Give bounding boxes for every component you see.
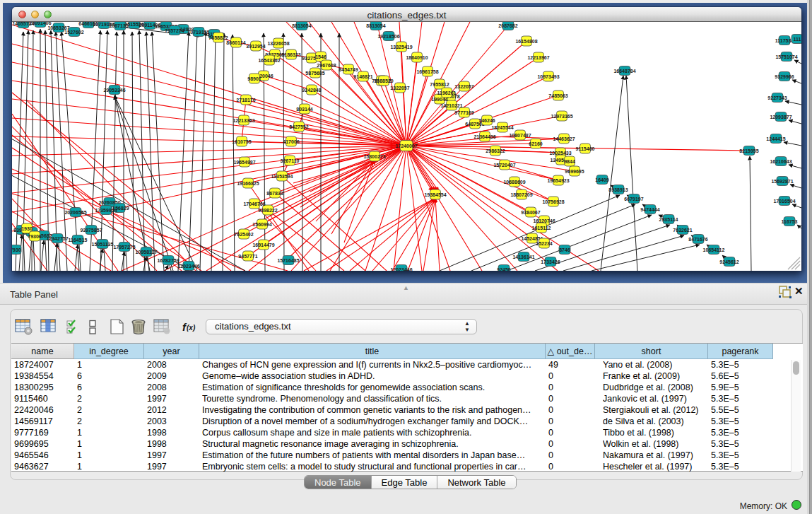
svg-text:9115460: 9115460 xyxy=(576,146,595,151)
svg-text:19384554: 19384554 xyxy=(424,192,446,197)
svg-text:9242848: 9242848 xyxy=(302,88,321,93)
svg-text:16210643: 16210643 xyxy=(770,159,792,164)
svg-text:19654923: 19654923 xyxy=(547,178,569,183)
svg-text:16409: 16409 xyxy=(595,177,609,182)
svg-text:15051135: 15051135 xyxy=(92,242,114,247)
svg-text:18640910: 18640910 xyxy=(406,55,428,60)
svg-text:6679197: 6679197 xyxy=(624,197,643,201)
svg-text:19654987: 19654987 xyxy=(233,160,255,165)
svg-text:9777169: 9777169 xyxy=(454,110,473,115)
svg-text:17016504: 17016504 xyxy=(773,199,795,204)
svg-text:7485063: 7485063 xyxy=(548,93,567,98)
svg-text:15720407: 15720407 xyxy=(493,163,515,168)
svg-text:18245544: 18245544 xyxy=(491,125,513,130)
svg-text:9474444: 9474444 xyxy=(640,207,659,212)
svg-text:98901: 98901 xyxy=(247,76,261,81)
svg-text:1164515: 1164515 xyxy=(69,238,88,243)
svg-text:17046766: 17046766 xyxy=(243,201,265,206)
svg-text:7625402: 7625402 xyxy=(234,232,253,237)
svg-text:16543362: 16543362 xyxy=(258,58,280,63)
svg-text:10688609: 10688609 xyxy=(503,180,525,185)
svg-text:7632621: 7632621 xyxy=(673,228,692,233)
svg-text:10807487: 10807487 xyxy=(509,133,531,138)
svg-text:152234: 152234 xyxy=(536,241,552,246)
svg-text:15716485: 15716485 xyxy=(277,258,299,263)
svg-text:9457771: 9457771 xyxy=(238,254,257,259)
svg-text:15692871: 15692871 xyxy=(771,179,793,184)
svg-text:1930: 1930 xyxy=(21,226,33,231)
svg-text:8813054: 8813054 xyxy=(366,23,385,28)
svg-text:1615112: 1615112 xyxy=(532,226,551,230)
svg-text:10025433: 10025433 xyxy=(549,151,571,156)
svg-text:21364436: 21364436 xyxy=(473,134,495,139)
svg-text:7955812: 7955812 xyxy=(430,82,449,87)
svg-text:3912954: 3912954 xyxy=(246,44,265,49)
svg-text:2718176: 2718176 xyxy=(236,98,255,103)
svg-text:92450: 92450 xyxy=(497,267,511,271)
svg-text:79306: 79306 xyxy=(28,234,42,239)
svg-text:13325419: 13325419 xyxy=(390,45,412,49)
svg-text:1546: 1546 xyxy=(315,54,326,59)
svg-text:8427552: 8427552 xyxy=(289,124,308,129)
svg-text:10654112: 10654112 xyxy=(703,247,725,252)
svg-text:111: 111 xyxy=(794,37,801,42)
svg-text:12023446: 12023446 xyxy=(177,264,199,269)
svg-text:62160: 62160 xyxy=(529,141,543,146)
svg-text:12973165: 12973165 xyxy=(551,114,572,119)
svg-text:15751074: 15751074 xyxy=(775,54,797,59)
svg-text:10756928: 10756928 xyxy=(542,199,564,204)
svg-text:16961758: 16961758 xyxy=(416,69,438,74)
svg-text:17240007: 17240007 xyxy=(395,144,417,148)
svg-text:867833: 867833 xyxy=(266,191,283,196)
svg-text:16154808: 16154808 xyxy=(515,39,537,44)
svg-text:7357274: 7357274 xyxy=(165,28,184,33)
svg-text:1117534: 1117534 xyxy=(775,38,794,43)
svg-text:1733426: 1733426 xyxy=(541,259,560,264)
svg-text:16782759: 16782759 xyxy=(157,258,179,263)
svg-text:8186323: 8186323 xyxy=(281,52,300,57)
svg-text:93975857: 93975857 xyxy=(80,228,102,233)
svg-text:14210221: 14210221 xyxy=(440,103,462,108)
svg-text:8471676: 8471676 xyxy=(688,237,707,242)
svg-text:1610755: 1610755 xyxy=(232,139,251,144)
svg-text:7658822: 7658822 xyxy=(208,35,228,40)
svg-text:9146821: 9146821 xyxy=(353,74,372,79)
svg-text:8660124: 8660124 xyxy=(226,40,245,45)
svg-text:16120746: 16120746 xyxy=(533,218,555,223)
svg-text:10973493: 10973493 xyxy=(537,74,559,79)
svg-text:16914479: 16914479 xyxy=(252,243,274,247)
svg-text:15300273: 15300273 xyxy=(363,154,385,159)
svg-text:12342757: 12342757 xyxy=(46,236,68,241)
svg-text:16648784: 16648784 xyxy=(613,69,635,74)
svg-text:12023446: 12023446 xyxy=(390,267,412,271)
svg-text:746246: 746246 xyxy=(478,118,495,123)
svg-text:12093877: 12093877 xyxy=(770,115,792,119)
svg-text:(x): (x) xyxy=(187,324,196,332)
svg-text:8454749: 8454749 xyxy=(339,67,358,72)
svg-text:8215955: 8215955 xyxy=(739,148,758,153)
svg-text:1527602: 1527602 xyxy=(64,30,83,35)
svg-text:18807209: 18807209 xyxy=(510,192,532,197)
svg-text:116753: 116753 xyxy=(782,219,798,224)
svg-text:29053346: 29053346 xyxy=(103,88,125,93)
svg-text:1322057: 1322057 xyxy=(454,84,473,89)
svg-text:13226058: 13226058 xyxy=(267,41,289,46)
svg-text:1196261: 1196261 xyxy=(437,90,457,95)
svg-text:1588520: 1588520 xyxy=(374,78,393,83)
svg-text:8746: 8746 xyxy=(559,247,570,252)
svg-text:2967608: 2967608 xyxy=(317,63,336,68)
svg-text:9227343: 9227343 xyxy=(767,95,787,100)
svg-text:9245612: 9245612 xyxy=(719,259,739,264)
svg-text:12213363: 12213363 xyxy=(233,118,254,123)
svg-text:5875685: 5875685 xyxy=(305,71,324,76)
svg-text:1244415: 1244415 xyxy=(766,136,785,141)
svg-text:8813054: 8813054 xyxy=(292,23,311,28)
svg-text:9498222: 9498222 xyxy=(258,208,277,213)
svg-text:7930: 7930 xyxy=(12,247,21,252)
svg-text:19166825: 19166825 xyxy=(237,181,259,186)
svg-text:9384067: 9384067 xyxy=(521,210,540,215)
svg-text:1560994: 1560994 xyxy=(252,222,271,227)
svg-text:14463627: 14463627 xyxy=(553,136,575,141)
svg-text:10958117: 10958117 xyxy=(136,250,158,255)
svg-text:8938913: 8938913 xyxy=(608,187,628,192)
